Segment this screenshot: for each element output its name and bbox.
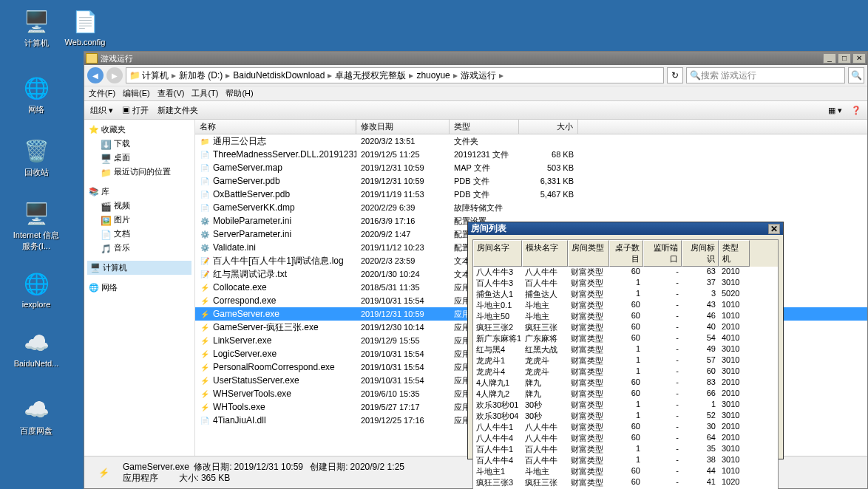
- chevron-right-icon: ▸: [498, 70, 505, 81]
- sidebar-group-head[interactable]: ⭐ 收藏夹: [87, 123, 191, 137]
- sidebar-item[interactable]: ⬇️下载: [87, 137, 191, 151]
- menu-item[interactable]: 编辑(E): [123, 88, 150, 99]
- details-type: 应用程序: [123, 473, 158, 483]
- sidebar-item[interactable]: 🖼️图片: [87, 213, 191, 227]
- desktop-icon[interactable]: 🗑️回收站: [10, 137, 62, 178]
- grid-row[interactable]: 欢乐30秒0430秒财富类型1-523010: [473, 411, 778, 422]
- file-icon: ⚡: [200, 349, 210, 359]
- open-button[interactable]: ▣ 打开: [122, 105, 149, 116]
- grid-row[interactable]: 斗地主1斗地主财富类型60-441010: [473, 466, 778, 477]
- menu-bar: 文件(F)编辑(E)查看(V)工具(T)帮助(H): [84, 86, 867, 100]
- grid-cell: 63: [682, 267, 719, 278]
- grid-cell: 疯狂三张2: [473, 322, 522, 333]
- file-row[interactable]: 📁通用三公日志2020/3/2 13:51文件夹: [195, 134, 867, 148]
- sidebar-item[interactable]: 🎵音乐: [87, 241, 191, 255]
- back-button[interactable]: ◀: [87, 67, 104, 83]
- breadcrumb[interactable]: 📁 计算机▸新加卷 (D:)▸BaiduNetdiskDownload▸卓越无授…: [126, 67, 664, 83]
- column-type[interactable]: 类型: [450, 120, 519, 134]
- grid-row[interactable]: 八人牛牛1八人牛牛财富类型60-302010: [473, 422, 778, 433]
- minimize-button[interactable]: _: [823, 53, 836, 64]
- desktop-icon[interactable]: 📄Web.config: [59, 7, 111, 47]
- sidebar-item[interactable]: 🎬视频: [87, 199, 191, 213]
- breadcrumb-item[interactable]: 计算机: [142, 69, 169, 82]
- file-row[interactable]: 📄GameServer.map2019/12/31 10:59MAP 文件503…: [195, 161, 867, 174]
- grid-row[interactable]: 八人牛牛4八人牛牛财富类型60-642010: [473, 433, 778, 444]
- search-input[interactable]: 🔍 搜索 游戏运行: [686, 67, 845, 83]
- sidebar-item-computer[interactable]: 🖥️ 计算机: [87, 261, 191, 275]
- desktop-icon[interactable]: 🖥️计算机: [10, 7, 62, 49]
- file-row[interactable]: 📄GameServerKK.dmp2020/2/29 6:39故障转储文件: [195, 201, 867, 214]
- menu-item[interactable]: 文件(F): [89, 88, 115, 99]
- window-titlebar[interactable]: 游戏运行 _ □ ✕: [84, 52, 867, 65]
- grid-column[interactable]: 房间类型: [568, 240, 609, 267]
- label: 网络: [10, 104, 62, 115]
- breadcrumb-item[interactable]: 卓越无授权完整版: [335, 69, 406, 82]
- column-size[interactable]: 大小: [519, 120, 578, 134]
- grid-cell: 2010: [719, 377, 750, 389]
- grid-column[interactable]: 房间标识: [682, 240, 719, 267]
- file-row[interactable]: 📄GameServer.pdb2019/12/31 10:59PDB 文件6,3…: [195, 174, 867, 188]
- grid-row[interactable]: 八人牛牛3八人牛牛财富类型60-632010: [473, 267, 778, 278]
- chevron-right-icon: ▸: [224, 70, 231, 81]
- organize-button[interactable]: 组织 ▾: [90, 105, 113, 116]
- column-date[interactable]: 修改日期: [356, 120, 450, 134]
- desktop-icon[interactable]: ☁️百度网盘: [10, 395, 62, 437]
- grid-row[interactable]: 龙虎斗4龙虎斗财富类型1-603010: [473, 366, 778, 377]
- grid-cell: 1020: [719, 477, 750, 488]
- grid-row[interactable]: 捕鱼达人1捕鱼达人财富类型1-35020: [473, 289, 778, 300]
- room-grid[interactable]: 房间名字模块名字房间类型桌子数目监听端口房间标识类型机 八人牛牛3八人牛牛财富类…: [472, 239, 779, 489]
- desktop-icon[interactable]: ☁️BaiduNetd...: [10, 329, 62, 368]
- grid-cell: 百人牛牛1: [473, 444, 522, 455]
- grid-column[interactable]: 类型机: [719, 240, 750, 267]
- grid-row[interactable]: 疯狂三张3疯狂三张财富类型60-411020: [473, 477, 778, 488]
- grid-cell: 疯狂三张3: [473, 477, 522, 488]
- menu-item[interactable]: 查看(V): [157, 88, 185, 99]
- sidebar-item[interactable]: 📄文档: [87, 227, 191, 241]
- grid-row[interactable]: 斗地主50斗地主财富类型60-461010: [473, 311, 778, 322]
- grid-column[interactable]: 监听端口: [643, 240, 682, 267]
- grid-row[interactable]: 百人牛牛3百人牛牛财富类型1-373010: [473, 278, 778, 289]
- menu-item[interactable]: 帮助(H): [226, 88, 253, 99]
- go-button[interactable]: ↻: [667, 67, 683, 83]
- grid-row[interactable]: 红与黑4红黑大战财富类型1-493010: [473, 344, 778, 355]
- dialog-close-button[interactable]: ✕: [768, 224, 780, 234]
- grid-row[interactable]: 斗地主0.1斗地主财富类型60-431010: [473, 300, 778, 311]
- grid-row[interactable]: 龙虎斗1龙虎斗财富类型1-573010: [473, 355, 778, 366]
- file-row[interactable]: 📄OxBattleServer.pdb2019/11/19 11:53PDB 文…: [195, 188, 867, 201]
- sidebar-item[interactable]: 📁最近访问的位置: [87, 165, 191, 179]
- breadcrumb-item[interactable]: zhuoyue: [416, 70, 450, 81]
- dialog-titlebar[interactable]: 房间列表 ✕: [468, 222, 783, 235]
- grid-row[interactable]: 欢乐30秒0130秒财富类型1-13010: [473, 400, 778, 411]
- sidebar-item-network[interactable]: 🌐 网络: [87, 281, 191, 295]
- breadcrumb-item[interactable]: 新加卷 (D:): [179, 69, 223, 82]
- grid-column[interactable]: 模块名字: [522, 240, 568, 267]
- view-button[interactable]: ▦ ▾: [828, 106, 842, 115]
- label: Internet 信息服务(I...: [10, 230, 62, 252]
- forward-button[interactable]: ▶: [106, 67, 123, 83]
- grid-column[interactable]: 桌子数目: [609, 240, 643, 267]
- icon: 🖥️: [22, 199, 50, 228]
- close-button[interactable]: ✕: [852, 53, 866, 64]
- grid-row[interactable]: 4人牌九2牌九财富类型60-662010: [473, 389, 778, 400]
- breadcrumb-item[interactable]: 游戏运行: [461, 69, 496, 82]
- file-icon: ⚡: [200, 402, 210, 412]
- menu-item[interactable]: 工具(T): [191, 88, 218, 99]
- sidebar-item[interactable]: 🖥️桌面: [87, 151, 191, 165]
- column-name[interactable]: 名称: [195, 120, 356, 134]
- new-folder-button[interactable]: 新建文件夹: [157, 105, 198, 116]
- search-button[interactable]: 🔍: [848, 67, 864, 83]
- grid-row[interactable]: 新广东麻将1广东麻将财富类型60-544010: [473, 333, 778, 344]
- grid-row[interactable]: 百人牛牛4百人牛牛财富类型1-383010: [473, 455, 778, 466]
- grid-row[interactable]: 疯狂三张2疯狂三张财富类型60-402010: [473, 322, 778, 333]
- desktop-icon[interactable]: 🌐网络: [10, 74, 62, 115]
- maximize-button[interactable]: □: [838, 53, 851, 64]
- grid-column[interactable]: 房间名字: [473, 240, 522, 267]
- desktop-icon[interactable]: 🌐iexplore: [10, 270, 62, 309]
- file-row[interactable]: 📄ThreeMadnessServer.DLL.201912312019/12/…: [195, 148, 867, 161]
- sidebar-group-head[interactable]: 📚 库: [87, 185, 191, 199]
- breadcrumb-item[interactable]: BaiduNetdiskDownload: [233, 70, 325, 81]
- desktop-icon[interactable]: 🖥️Internet 信息服务(I...: [10, 199, 62, 252]
- help-button[interactable]: ❓: [851, 106, 861, 115]
- grid-row[interactable]: 百人牛牛1百人牛牛财富类型1-353010: [473, 444, 778, 455]
- grid-row[interactable]: 4人牌九1牌九财富类型60-832010: [473, 377, 778, 389]
